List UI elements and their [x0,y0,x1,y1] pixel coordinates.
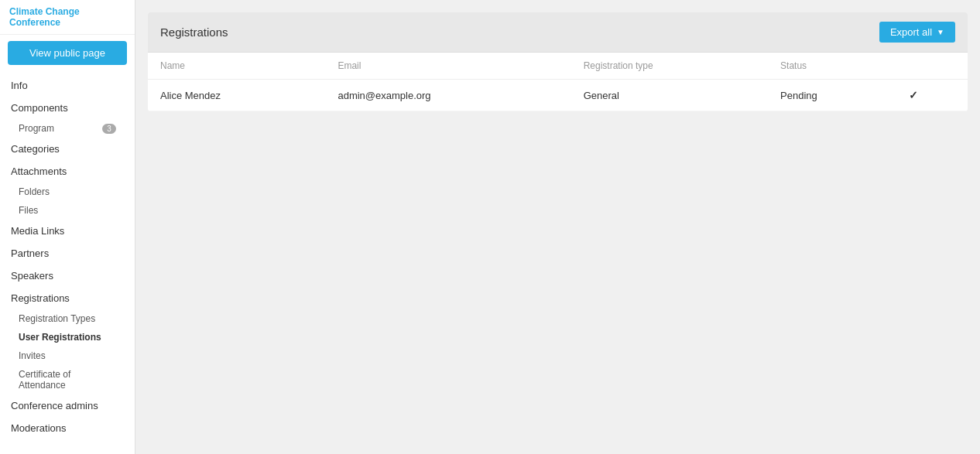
col-name: Name [148,53,325,80]
registrations-table-container: Name Email Registration type Status Alic… [148,53,968,111]
sidebar-item-categories[interactable]: Categories [0,138,135,160]
registrations-table: Name Email Registration type Status Alic… [148,53,968,111]
cell-name: Alice Mendez [148,80,325,111]
sidebar-item-moderations[interactable]: Moderations [0,417,135,439]
sidebar-subitem-invites[interactable]: Invites [0,346,135,365]
col-email: Email [325,53,571,80]
export-all-button[interactable]: Export all ▼ [879,22,955,43]
chevron-down-icon: ▼ [937,28,944,36]
sidebar-item-info[interactable]: Info [0,74,135,97]
brand-title: Climate Change Conference [0,0,135,35]
sidebar-item-components[interactable]: Components [0,97,135,119]
sidebar-nav: Info Components Program 3 Categories Att… [0,71,135,442]
sidebar-item-conference-admins[interactable]: Conference admins [0,394,135,417]
sidebar-subitem-folders[interactable]: Folders [0,183,135,201]
sidebar-item-attachments[interactable]: Attachments [0,160,135,183]
cell-registration-type: General [571,80,768,111]
cell-email: admin@example.org [325,80,571,111]
col-registration-type: Registration type [571,53,768,80]
sidebar-item-registrations[interactable]: Registrations [0,287,135,309]
cell-check: ✓ [896,80,968,111]
col-status: Status [768,53,896,80]
sidebar-item-speakers[interactable]: Speakers [0,265,135,287]
sidebar: Climate Change Conference View public pa… [0,0,135,454]
sidebar-item-media-links[interactable]: Media Links [0,220,135,242]
page-title: Registrations [160,26,228,39]
sidebar-item-partners[interactable]: Partners [0,242,135,265]
cell-status: Pending [768,80,896,111]
page-header: Registrations Export all ▼ [148,12,968,53]
table-row: Alice Mendez admin@example.org General P… [148,80,968,111]
sidebar-subitem-files[interactable]: Files [0,201,135,220]
sidebar-subitem-certificate-of-attendance[interactable]: Certificate of Attendance [0,365,135,394]
col-actions [896,53,968,80]
sidebar-subitem-user-registrations[interactable]: User Registrations [0,328,135,346]
main-content: Registrations Export all ▼ Name Email Re… [135,0,980,454]
view-public-page-button[interactable]: View public page [8,41,127,65]
sidebar-subitem-program[interactable]: Program 3 [0,119,135,138]
sidebar-subitem-registration-types[interactable]: Registration Types [0,309,135,328]
table-header-row: Name Email Registration type Status [148,53,968,80]
checkmark-icon: ✓ [909,89,918,101]
program-badge: 3 [102,124,116,134]
